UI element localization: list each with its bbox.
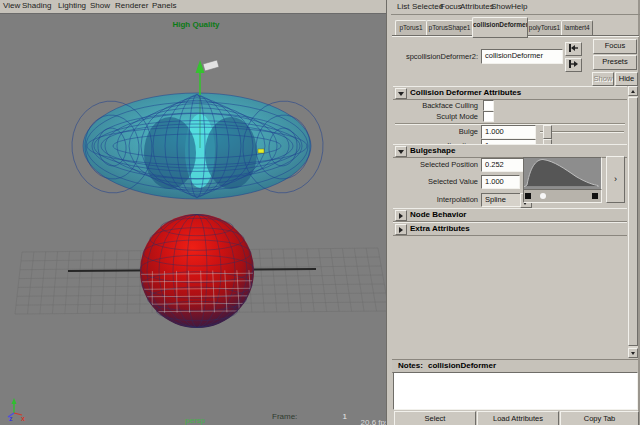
bulge-slider-thumb[interactable] [543, 125, 552, 139]
backface-culling-label: Backface Culling [391, 101, 478, 110]
menu-shading[interactable]: Shading [22, 1, 51, 10]
output-arrow-icon [567, 59, 580, 69]
axis-z-label: z [9, 415, 13, 422]
hud-quality-label: High Quality [172, 20, 220, 29]
maya-window: View Shading Lighting Show Renderer Pane… [0, 0, 640, 425]
collapse-toggle-icon[interactable] [395, 210, 407, 221]
menu-selected[interactable]: Selected [412, 2, 443, 11]
bulgeshape-ramp-track[interactable] [523, 189, 602, 203]
menu-renderer[interactable]: Renderer [115, 1, 148, 10]
hide-button[interactable]: Hide [615, 72, 638, 86]
selected-value-field[interactable]: 1.000 [481, 175, 520, 189]
notes-header: Notes: collisionDeformer [392, 359, 638, 373]
tab-polytorus1[interactable]: polyTorus1 [527, 20, 562, 36]
menu-view[interactable]: View [3, 1, 20, 10]
hud-fps: 20.6 fps [361, 418, 386, 425]
yellow-handle[interactable] [258, 149, 264, 153]
section-title: Node Behavior [410, 210, 466, 219]
select-button[interactable]: Select [394, 411, 476, 425]
tab-collisiondeformer[interactable]: collisionDeformer [472, 17, 528, 38]
menu-panels[interactable]: Panels [152, 1, 176, 10]
list-output-connections-button[interactable] [565, 58, 582, 72]
collapse-toggle-icon[interactable] [395, 224, 407, 235]
bulge-label: Bulge [391, 127, 478, 136]
ramp-handle-end[interactable] [592, 193, 598, 199]
sculpt-mode-checkbox[interactable] [483, 111, 494, 122]
viewport-3d[interactable]: High Quality persp Frame: 1 20.6 fps z x [0, 14, 386, 425]
selected-position-field[interactable]: 0.252 [481, 158, 527, 172]
ramp-handle-selected[interactable] [540, 193, 546, 199]
scroll-thumb[interactable] [628, 97, 638, 346]
hud-frame-value: 1 [343, 412, 348, 421]
bulge-slider-track[interactable] [540, 131, 624, 133]
scroll-up-button[interactable] [628, 86, 638, 96]
attributes-scrollbar[interactable] [628, 86, 638, 358]
attribute-editor-menubar: List Selected Focus Attributes Show Help [391, 0, 640, 15]
node-type-label: spcollisionDeformer2: [391, 52, 478, 61]
interpolation-label: Interpolation [391, 195, 478, 204]
sculpt-mode-label: Sculpt Mode [391, 112, 478, 121]
tab-ptorus1[interactable]: pTorus1 [395, 20, 427, 36]
attribute-editor: List Selected Focus Attributes Show Help… [391, 0, 640, 425]
notes-node-name: collisionDeformer [428, 361, 496, 370]
tab-lambert4[interactable]: lambert4 [561, 20, 593, 36]
collapse-toggle-icon[interactable] [395, 146, 407, 157]
axis-x-label: x [21, 415, 25, 422]
load-attributes-button[interactable]: Load Attributes [477, 411, 559, 425]
menu-list[interactable]: List [397, 2, 409, 11]
section-title: Extra Attributes [410, 224, 470, 233]
ramp-curve [524, 158, 599, 187]
scroll-down-button[interactable] [628, 348, 638, 358]
notes-textarea[interactable] [393, 372, 638, 410]
menu-show[interactable]: Show [90, 1, 110, 10]
section-header-extra-attributes[interactable]: Extra Attributes [393, 222, 627, 236]
notes-label: Notes: [398, 361, 423, 370]
section-title: Bulgeshape [410, 146, 455, 155]
node-name-field[interactable]: collisionDeformer [481, 49, 563, 64]
menu-lighting[interactable]: Lighting [58, 1, 86, 10]
section-title: Collision Deformer Attributes [410, 88, 521, 97]
collapse-toggle-icon[interactable] [395, 88, 407, 99]
section-header-bulgeshape[interactable]: Bulgeshape [393, 144, 627, 158]
section-header-node-behavior[interactable]: Node Behavior [393, 208, 627, 222]
hud-camera-label: persp [185, 416, 206, 425]
ramp-expand-button[interactable]: › [606, 156, 625, 203]
input-arrow-icon [567, 43, 580, 53]
menu-show-ae[interactable]: Show [491, 2, 511, 11]
menu-attributes[interactable]: Attributes [460, 2, 494, 11]
show-button[interactable]: Show [592, 72, 614, 86]
focus-button[interactable]: Focus [593, 39, 637, 54]
backface-culling-checkbox[interactable] [483, 100, 494, 111]
copy-tab-button[interactable]: Copy Tab [560, 411, 639, 425]
bulgeshape-ramp-graph[interactable] [523, 157, 602, 190]
presets-button[interactable]: Presets [593, 55, 637, 70]
tab-ptorusshape1[interactable]: pTorusShape1 [426, 20, 473, 36]
scene-svg: High Quality persp Frame: 1 20.6 fps z x [0, 14, 386, 425]
bulge-field[interactable]: 1.000 [481, 125, 536, 139]
interpolation-dropdown[interactable]: Spline [481, 193, 524, 207]
selected-position-label: Selected Position [391, 160, 478, 169]
hud-frame-label: Frame: [272, 412, 297, 421]
ramp-handle-start[interactable] [525, 193, 531, 199]
list-input-connections-button[interactable] [565, 42, 582, 56]
menu-focus[interactable]: Focus [440, 2, 462, 11]
viewport-menubar: View Shading Lighting Show Renderer Pane… [0, 0, 386, 14]
selected-value-label: Selected Value [391, 177, 478, 186]
menu-help[interactable]: Help [511, 2, 527, 11]
section-header-collision-deformer[interactable]: Collision Deformer Attributes [393, 86, 627, 100]
